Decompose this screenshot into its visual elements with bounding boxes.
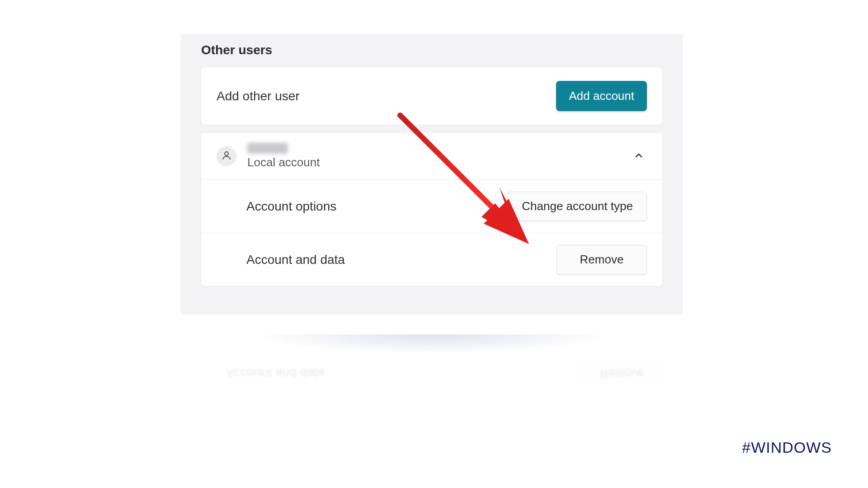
section-title: Other users	[201, 43, 662, 57]
chevron-up-icon[interactable]	[633, 150, 644, 163]
user-name-obscured	[247, 143, 288, 154]
svg-point-0	[225, 152, 228, 155]
other-users-panel: Other users Add other user Add account L…	[181, 34, 683, 314]
user-account-card: Local account Account options Change acc…	[201, 133, 662, 286]
user-account-type: Local account	[247, 155, 320, 169]
user-row[interactable]: Local account	[201, 133, 662, 180]
change-account-type-button[interactable]: Change account type	[508, 192, 647, 221]
user-avatar	[217, 146, 236, 166]
panel-reflection: Account and data Remove	[181, 352, 683, 394]
add-account-button[interactable]: Add account	[556, 81, 647, 111]
account-data-row: Account and data Remove	[201, 233, 662, 286]
account-options-row: Account options Change account type	[201, 180, 662, 233]
account-data-label: Account and data	[246, 253, 345, 267]
add-user-label: Add other user	[217, 89, 300, 103]
account-options-label: Account options	[246, 199, 336, 214]
add-user-card: Add other user Add account	[201, 67, 662, 125]
panel-shadow	[181, 334, 683, 361]
person-icon	[221, 150, 232, 163]
user-info: Local account	[247, 143, 320, 169]
remove-account-button[interactable]: Remove	[557, 245, 647, 274]
add-user-row: Add other user Add account	[201, 67, 662, 125]
hashtag-label: #WINDOWS	[742, 439, 832, 456]
